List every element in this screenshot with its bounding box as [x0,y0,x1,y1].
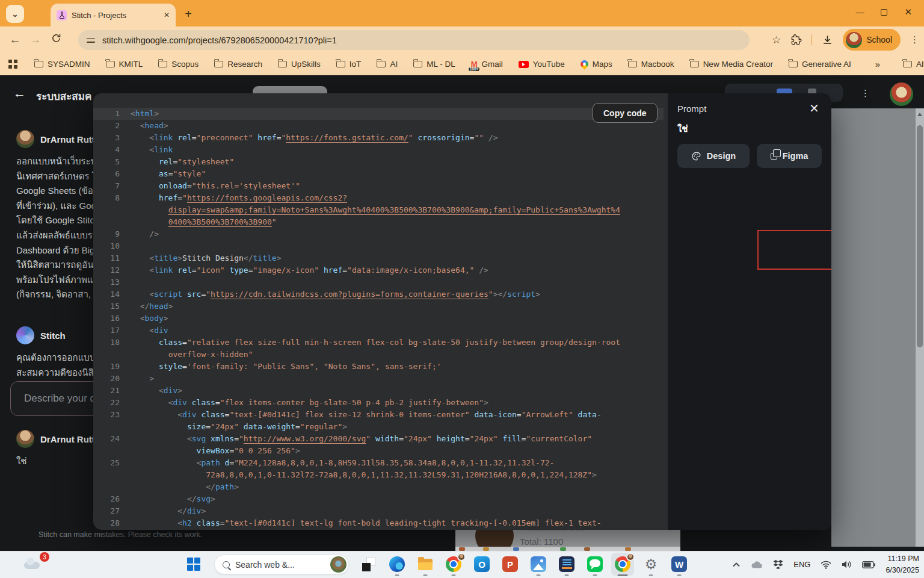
code-line[interactable]: 21 <div> [93,385,664,397]
wifi-icon[interactable] [821,561,831,569]
onedrive-cloud-icon[interactable] [751,561,763,569]
page-back-arrow[interactable]: ← [13,86,26,101]
search-daily-image[interactable] [330,556,346,573]
bookmark-item[interactable]: Maps [581,60,612,69]
taskbar-word-icon[interactable]: W [670,555,689,574]
taskbar-notes-icon[interactable] [557,555,576,574]
bookmarks-overflow-chevron[interactable]: » [875,59,880,69]
code-line[interactable]: 3 <link rel="preconnect" href="https://f… [93,132,664,144]
bookmark-item[interactable]: AI [377,60,398,69]
reload-button[interactable] [46,33,66,46]
code-line[interactable]: 24 <svg xmlns="http://www.w3.org/2000/sv… [93,433,664,445]
taskbar-search[interactable]: Search web &... [214,555,349,574]
scrollbar-thumb[interactable] [917,125,923,347]
code-line[interactable]: 6 as="style" [93,168,664,180]
taskbar-clock[interactable]: 11:19 PM 6/30/2025 [886,553,919,576]
code-line[interactable]: 22 <div class="flex items-center bg-slat… [93,397,664,409]
code-line[interactable]: 11 <title>Stitch Design</title> [93,252,664,264]
bookmark-item[interactable]: UpSkills [278,60,321,69]
code-line[interactable]: 28 <h2 class="text-[#0d141c] text-lg fon… [93,517,664,529]
bookmark-item[interactable]: KMITL [106,60,143,69]
new-tab-button[interactable]: + [180,6,196,22]
taskbar-photos-icon[interactable] [529,555,548,574]
bookmark-item[interactable]: Macbook [628,60,674,69]
profile-chip[interactable]: School [843,29,901,51]
page-scrollbar[interactable] [916,108,924,547]
taskbar-powerpoint-icon[interactable]: P [500,555,520,574]
taskbar-outlook-icon[interactable]: O [472,555,491,574]
code-line[interactable]: 25 <path d="M224,128a8,8,0,0,1-8,8H59.31… [93,457,664,469]
bookmark-item[interactable]: SYSADMIN [34,60,90,69]
code-line[interactable]: 9 /> [93,228,664,240]
code-editor[interactable]: 1<html>2 <head>3 <link rel="preconnect" … [93,108,664,529]
page-user-avatar[interactable] [890,82,913,106]
window-restore-button[interactable] [881,9,887,16]
code-line[interactable]: 2 <head> [93,120,664,132]
tray-chevron-icon[interactable] [732,562,741,567]
code-line[interactable]: 18 class="relative flex size-full min-h-… [93,337,664,349]
taskbar-app-squares[interactable] [359,555,378,574]
site-info-icon[interactable] [87,37,96,44]
code-line[interactable]: 12 <link rel="icon" type="image/x-icon" … [93,264,664,276]
taskbar-line-icon[interactable] [585,555,605,574]
extensions-icon[interactable] [790,34,802,46]
battery-icon[interactable] [862,561,875,568]
code-line[interactable]: 5 rel="stylesheet" [93,156,664,168]
code-line[interactable]: 26 </svg> [93,493,664,505]
code-line[interactable]: viewBox="0 0 256 256"> [93,445,664,457]
all-bookmarks-button[interactable]: All Bookmarks [903,60,924,69]
forward-button[interactable]: → [25,33,46,46]
bookmark-item[interactable]: IoT [336,60,362,69]
dropbox-icon[interactable] [773,560,783,569]
bookmark-item[interactable]: Research [214,60,262,69]
code-line[interactable]: 72a8,8,0,0,1,0-11.32l72-72a8,8,0,0,1,11.… [93,469,664,481]
code-line[interactable]: 1<html> [93,108,664,120]
bookmark-star-icon[interactable]: ☆ [772,34,781,46]
back-button[interactable]: ← [5,33,25,46]
taskbar-chrome-icon[interactable] [444,555,463,574]
code-line[interactable]: 20 > [93,373,664,385]
download-icon[interactable] [822,34,833,46]
code-line[interactable]: 27 </div> [93,505,664,517]
code-line[interactable]: 14 <script src="https://cdn.tailwindcss.… [93,288,664,300]
code-line[interactable]: 15 </head> [93,300,664,312]
taskbar-file-explorer-icon[interactable] [416,555,435,574]
copy-code-button[interactable]: Copy code [593,103,658,123]
tab-search-button[interactable]: ⌄ [6,5,24,23]
weather-widget[interactable]: 3 [24,556,46,574]
code-line[interactable]: </path> [93,481,664,493]
code-line[interactable]: 19 style='font-family: "Public Sans", "N… [93,361,664,373]
bookmark-item[interactable]: YouTube [519,60,565,69]
speaker-icon[interactable] [842,560,852,569]
taskbar-chrome-active-icon[interactable] [613,555,632,574]
bookmark-item[interactable]: Scopus [158,60,199,69]
taskbar-edge-icon[interactable] [387,555,407,574]
figma-button[interactable]: Figma [757,144,822,168]
code-line[interactable]: size="24px" data-weight="regular"> [93,421,664,433]
design-button[interactable]: Design [677,144,750,168]
modal-close-icon[interactable]: ✕ [809,101,819,116]
language-indicator[interactable]: ENG [793,560,810,569]
bookmark-item[interactable]: Generative AI [789,60,851,69]
bookmark-item[interactable]: M100+Gmail [471,60,503,69]
code-line[interactable]: 7 onload="this.rel='stylesheet'" [93,180,664,192]
page-menu-icon[interactable]: ⋮ [861,88,870,99]
code-line[interactable]: 13 [93,276,664,288]
code-line[interactable]: 17 <div [93,325,664,337]
window-minimize-button[interactable]: — [855,7,864,17]
bookmark-item[interactable]: New Media Creator [690,60,773,69]
code-line[interactable]: display=swap&amp;family=Noto+Sans%3Awght… [93,204,664,216]
apps-grid-icon[interactable] [8,60,17,69]
code-line[interactable]: 16 <body> [93,312,664,325]
code-line[interactable]: 23 <div class="text-[#0d141c] flex size-… [93,409,664,421]
code-line[interactable]: overflow-x-hidden" [93,349,664,361]
start-button[interactable] [187,558,200,571]
taskbar-settings-icon[interactable]: ⚙ [641,555,661,574]
code-line[interactable]: 0400%3B500%3B700%3B900" [93,216,664,228]
code-line[interactable]: 8 href="https://fonts.googleapis.com/css… [93,192,664,204]
code-line[interactable]: 10 [93,240,664,252]
tab-close-icon[interactable]: ✕ [164,11,170,19]
code-line[interactable]: 4 <link [93,144,664,156]
browser-menu-icon[interactable]: ⋮ [910,34,919,45]
window-close-button[interactable]: ✕ [904,7,912,17]
